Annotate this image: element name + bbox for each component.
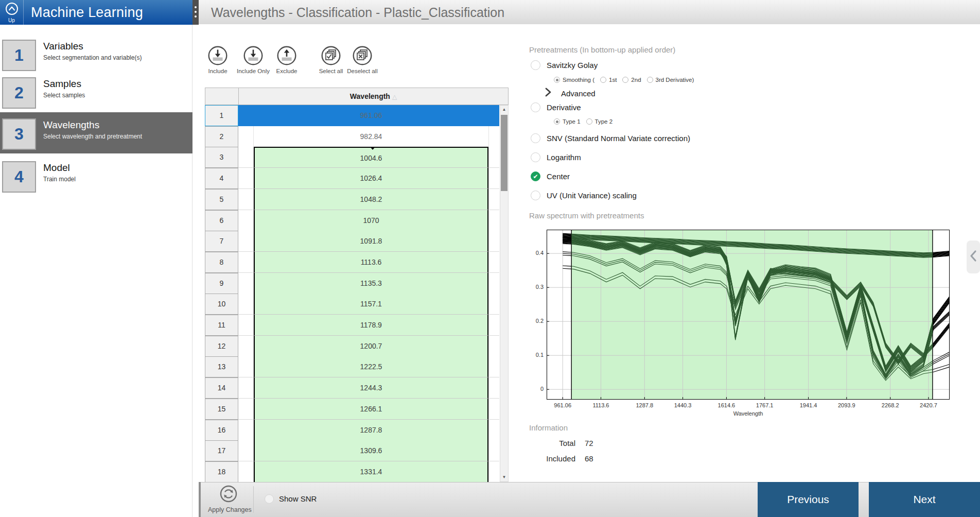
wavelength-value-cell[interactable]: 1287.8	[254, 420, 488, 441]
wavelength-value-cell[interactable]: 1026.4	[254, 168, 488, 189]
show-snr-label: Show SNR	[279, 494, 317, 503]
x-tick-label: 1941.4	[793, 402, 824, 408]
wavelength-value-cell[interactable]: 1113.6	[254, 252, 488, 273]
uv-scaling-radio[interactable]: UV (Unit Variance) scaling	[531, 191, 637, 200]
table-row[interactable]: 131222.5	[205, 356, 499, 377]
radio-icon[interactable]	[554, 118, 560, 125]
row-number-cell[interactable]: 10	[205, 294, 238, 315]
table-row[interactable]: 121200.7	[205, 336, 499, 357]
row-number-cell[interactable]: 8	[205, 252, 238, 273]
scrollbar-thumb[interactable]	[501, 115, 507, 191]
wavelength-value-cell[interactable]: 1135.3	[254, 273, 488, 294]
wavelength-value-cell[interactable]: 1309.6	[254, 440, 488, 461]
table-row[interactable]: 91135.3	[205, 273, 499, 294]
table-row[interactable]: 141244.3	[205, 377, 499, 399]
wavelength-column-header[interactable]: Wavelength△	[239, 88, 509, 105]
row-filler-cell	[488, 336, 499, 357]
radio-icon[interactable]	[622, 77, 628, 83]
row-number-cell[interactable]: 16	[205, 420, 238, 441]
table-row[interactable]: 41026.4	[205, 168, 499, 189]
row-gap-cell	[238, 420, 254, 441]
table-row[interactable]: 111178.9	[205, 315, 499, 336]
range-handle-icon[interactable]	[370, 147, 375, 150]
table-row[interactable]: 71091.8	[205, 231, 499, 252]
table-row[interactable]: 61070	[205, 210, 499, 231]
row-number-cell[interactable]: 15	[205, 399, 238, 420]
wavelength-value-cell[interactable]: 1244.3	[254, 377, 488, 399]
chevron-right-icon	[545, 87, 552, 99]
panel-drag-handle[interactable]	[192, 0, 199, 25]
radio-icon[interactable]	[647, 77, 653, 83]
wavelength-value-cell[interactable]: 1004.6	[254, 147, 488, 168]
row-gap-cell	[238, 315, 254, 336]
row-gap-cell	[238, 231, 254, 252]
wavelength-value-cell[interactable]: 1222.5	[254, 356, 488, 377]
previous-button[interactable]: Previous	[758, 482, 859, 517]
apply-changes-button[interactable]: Apply Changes	[208, 485, 249, 513]
footer-divider	[253, 486, 254, 513]
expand-panel-button[interactable]	[967, 240, 980, 273]
wavelength-value-cell[interactable]: 1178.9	[254, 315, 488, 336]
scroll-up-arrow[interactable]: ▲	[500, 106, 508, 114]
scroll-down-arrow[interactable]: ▼	[500, 473, 508, 481]
row-filler-cell	[488, 168, 499, 189]
table-scrollbar[interactable]: ▲ ▼	[500, 105, 509, 482]
derivative-type-group[interactable]: Type 1 Type 2	[554, 118, 616, 125]
wavelength-value-cell[interactable]: 1200.7	[254, 336, 488, 357]
wavelength-value-cell[interactable]: 1157.1	[254, 294, 488, 315]
radio-icon[interactable]	[554, 77, 560, 83]
deselect-all-button[interactable]: Deselect all	[339, 45, 386, 74]
table-row[interactable]: 151266.1	[205, 399, 499, 420]
row-number-cell[interactable]: 17	[205, 440, 238, 461]
table-row[interactable]: 101157.1	[205, 294, 499, 315]
radio-icon[interactable]	[586, 118, 592, 125]
row-filler-cell	[488, 440, 499, 461]
show-snr-radio[interactable]	[265, 494, 274, 504]
row-number-cell[interactable]: 13	[205, 356, 238, 377]
row-number-cell[interactable]: 3	[205, 147, 238, 168]
up-button[interactable]: Up	[0, 0, 24, 25]
row-number-cell[interactable]: 6	[205, 210, 238, 231]
table-row[interactable]: 81113.6	[205, 252, 499, 273]
y-tick-label: 0.4	[525, 250, 544, 256]
derivative-radio[interactable]: Derivative	[531, 102, 581, 112]
wavelength-value-cell[interactable]: 1048.2	[254, 189, 488, 210]
next-button[interactable]: Next	[869, 482, 980, 517]
wavelength-value-cell[interactable]: 961.06	[254, 105, 488, 126]
savitzky-golay-radio[interactable]: Savitzky Golay	[531, 60, 598, 70]
exclude-button[interactable]: Exclude	[264, 45, 310, 74]
row-number-cell[interactable]: 18	[205, 461, 238, 482]
row-number-cell[interactable]: 5	[205, 189, 238, 210]
wavelength-value-cell[interactable]: 1331.4	[254, 461, 488, 482]
logarithm-radio[interactable]: Logarithm	[531, 152, 581, 162]
wavelength-value-cell[interactable]: 1091.8	[254, 231, 488, 252]
row-number-cell[interactable]: 7	[205, 231, 238, 252]
row-gap-cell	[238, 440, 254, 461]
table-row[interactable]: 1961.06	[205, 105, 499, 126]
table-row[interactable]: 31004.6	[205, 147, 499, 168]
sidebar-header: Up Machine Learning	[0, 0, 192, 25]
row-number-cell[interactable]: 9	[205, 273, 238, 294]
table-row[interactable]: 161287.8	[205, 420, 499, 441]
row-number-cell[interactable]: 12	[205, 336, 238, 357]
center-radio[interactable]: ✔ Center	[531, 171, 570, 181]
wavelength-value-cell[interactable]: 1266.1	[254, 399, 488, 420]
included-label: Included	[529, 454, 575, 463]
row-number-cell[interactable]: 1	[205, 105, 238, 126]
table-row[interactable]: 171309.6	[205, 440, 499, 461]
table-row[interactable]: 51048.2	[205, 189, 499, 210]
wavelength-value-cell[interactable]: 1070	[254, 210, 488, 231]
table-row[interactable]: 2982.84	[205, 126, 499, 147]
table-row[interactable]: 181331.4	[205, 461, 499, 482]
snv-radio[interactable]: SNV (Standard Normal Variate correction)	[531, 133, 690, 143]
advanced-expander[interactable]: Advanced	[545, 87, 596, 99]
row-number-cell[interactable]: 4	[205, 168, 238, 189]
radio-icon[interactable]	[600, 77, 606, 83]
smoothing-option-group[interactable]: Smoothing ( 1st 2nd 3rd Derivative)	[554, 77, 697, 83]
row-number-cell[interactable]: 2	[205, 126, 238, 147]
row-gap-cell	[238, 399, 254, 420]
row-number-cell[interactable]: 11	[205, 315, 238, 336]
row-filler-cell	[488, 420, 499, 441]
row-number-cell[interactable]: 14	[205, 377, 238, 399]
wavelength-value-cell[interactable]: 982.84	[254, 126, 488, 147]
